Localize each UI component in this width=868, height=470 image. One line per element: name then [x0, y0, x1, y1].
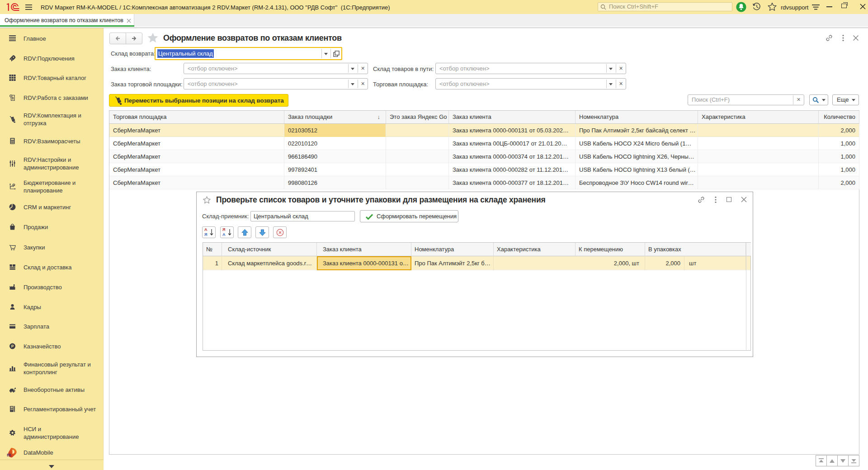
- svg-text:P: P: [11, 344, 14, 348]
- svg-text:m: m: [7, 452, 11, 457]
- svg-text:P: P: [13, 183, 14, 186]
